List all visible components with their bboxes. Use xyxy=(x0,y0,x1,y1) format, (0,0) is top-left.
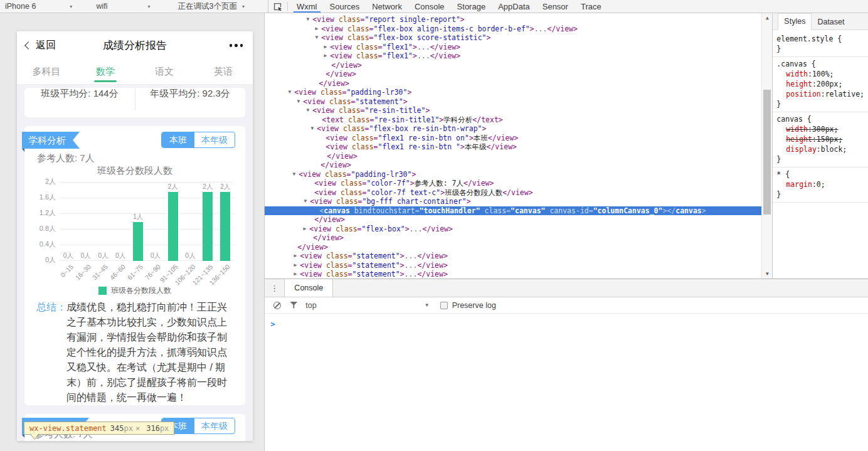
wxml-node[interactable]: ▶<view class="flex-box align-items-c bor… xyxy=(265,24,761,34)
wxml-node[interactable]: ▼<view class="report single-report"> xyxy=(265,15,761,24)
wxml-node[interactable]: ▶<view class="flex-box">...</view> xyxy=(265,225,761,234)
collapse-arrow-icon[interactable]: ▼ xyxy=(286,88,293,97)
css-rule[interactable]: .canvas {width:100%;height:200px;positio… xyxy=(773,57,868,112)
chart-x-tick: 16~30 xyxy=(77,261,95,284)
debug-status-selector[interactable]: 正在调试3个页面 ▾ xyxy=(177,1,244,12)
tooltip-width: 345 xyxy=(110,424,124,433)
expand-arrow-icon[interactable]: ▶ xyxy=(322,51,329,61)
devtools-tab-appdata[interactable]: AppData xyxy=(492,0,536,13)
chart-bar-column: 0人 xyxy=(60,183,77,261)
tree-scrollbar[interactable]: ▲ ▼ xyxy=(761,13,772,279)
console-toolbar: top ▼ Preserve log xyxy=(265,297,868,314)
wxml-node[interactable]: ▼<view class="flex-box score-statistic"> xyxy=(265,33,761,43)
console-prompt-icon[interactable]: > xyxy=(270,320,275,329)
css-property[interactable]: display:block; xyxy=(776,144,864,154)
wxml-node[interactable]: <view class="flex1 re-sin-btn on">本班</vi… xyxy=(265,134,761,143)
css-property[interactable]: width:300px; xyxy=(776,124,864,134)
expand-arrow-icon[interactable]: ▶ xyxy=(313,24,320,34)
device-selector[interactable]: iPhone 6 ▾ xyxy=(5,2,72,11)
css-property[interactable]: width:100%; xyxy=(776,69,864,79)
subject-tab[interactable]: 语文 xyxy=(135,60,194,84)
devtools-tab-sensor[interactable]: Sensor xyxy=(536,0,574,13)
wxml-node[interactable]: ▶<view class="statement">...</view> xyxy=(265,261,761,270)
devtools-tab-console[interactable]: Console xyxy=(408,0,451,13)
wxml-node[interactable]: <view class="flex1 re-sin-btn ">本年级</vie… xyxy=(265,142,761,152)
wxml-node[interactable]: </view> xyxy=(265,161,761,170)
devtools-tab-sources[interactable]: Sources xyxy=(324,0,366,13)
devtools-tab-trace[interactable]: Trace xyxy=(574,0,608,13)
css-rule[interactable]: * {margin:0;} xyxy=(773,167,868,203)
chart-y-tick: 0人 xyxy=(31,255,56,265)
network-selector[interactable]: wifi ▾ xyxy=(96,2,150,11)
css-property[interactable]: height:150px; xyxy=(776,134,864,144)
chevron-down-icon[interactable]: ▼ xyxy=(425,302,430,308)
css-property[interactable]: margin:0; xyxy=(776,179,864,189)
devtools-tab-wxml[interactable]: Wxml xyxy=(290,0,324,13)
wxml-node-selected[interactable]: <canvas bindtouchstart="touchHandler" cl… xyxy=(265,206,761,216)
summary-label: 总结： xyxy=(36,300,66,405)
wxml-node[interactable]: </view> xyxy=(265,243,761,252)
css-rule[interactable]: element.style {} xyxy=(773,32,868,57)
wxml-node[interactable]: </view> xyxy=(265,79,761,88)
expand-arrow-icon[interactable]: ▶ xyxy=(292,261,299,270)
toggle-grade-button[interactable]: 本年级 xyxy=(194,418,235,433)
collapse-arrow-icon[interactable]: ▼ xyxy=(302,197,309,206)
inspect-element-button[interactable] xyxy=(268,0,287,13)
preserve-log-checkbox[interactable] xyxy=(440,302,448,309)
wxml-node[interactable]: ▶<view class="flex1">...</view> xyxy=(265,43,761,52)
wxml-node[interactable]: ▼<view class="bg-fff chart-container"> xyxy=(265,197,761,206)
subject-tab[interactable]: 多科目 xyxy=(17,60,76,84)
subject-tab[interactable]: 数学 xyxy=(76,60,135,84)
wxml-node[interactable]: </view> xyxy=(265,215,761,225)
wxml-node[interactable]: </view> xyxy=(265,61,761,70)
scroll-up-icon[interactable]: ▲ xyxy=(762,15,772,21)
expand-arrow-icon[interactable]: ▶ xyxy=(292,270,299,279)
css-property[interactable]: height:200px; xyxy=(776,79,864,89)
kebab-menu-icon[interactable]: ⋮ xyxy=(265,279,284,297)
wxml-node[interactable]: <view class="color-7f">参考人数: 7人</view> xyxy=(265,179,761,188)
css-property[interactable]: position:relative; xyxy=(776,89,864,99)
chart-bar xyxy=(220,192,230,261)
toggle-grade-button[interactable]: 本年级 xyxy=(194,132,235,147)
context-selector[interactable]: top xyxy=(305,301,316,310)
devtools-tab-network[interactable]: Network xyxy=(366,0,408,13)
chart-bar xyxy=(133,222,143,262)
class-average: 班级平均分: 144分 xyxy=(24,88,135,117)
vertical-divider xyxy=(135,88,135,110)
wxml-node[interactable]: <view class="color-7f text-c">班级各分数段人数</… xyxy=(265,188,761,198)
collapse-arrow-icon[interactable]: ▼ xyxy=(304,15,311,24)
wxml-node[interactable]: ▼<view class="statement"> xyxy=(265,97,761,107)
subject-tab[interactable]: 英语 xyxy=(194,60,253,84)
wxml-node[interactable]: ▼<view class="flex-box re-sin-btn-wrap"> xyxy=(265,124,761,134)
styles-tab-dataset[interactable]: Dataset xyxy=(812,14,850,30)
devtools-tab-storage[interactable]: Storage xyxy=(451,0,492,13)
console-output[interactable]: > xyxy=(265,314,868,451)
wxml-node[interactable]: ▼<view class="re-sin-title"> xyxy=(265,106,761,115)
clear-console-icon[interactable] xyxy=(273,302,281,309)
wxml-node[interactable]: ▶<view class="statement">...</view> xyxy=(265,270,761,279)
css-rule[interactable]: canvas {width:300px;height:150px;display… xyxy=(773,112,868,167)
wxml-node[interactable]: ▶<view class="flex1">...</view> xyxy=(265,51,761,61)
filter-icon[interactable] xyxy=(290,302,297,309)
wxml-node[interactable]: ▼<view class="padding-lr30"> xyxy=(265,88,761,97)
wxml-node[interactable]: ▶<view class="statement">...</view> xyxy=(265,252,761,261)
expand-arrow-icon[interactable]: ▶ xyxy=(301,225,308,234)
wxml-node[interactable]: <text class="re-sin-title1">学科分析</text> xyxy=(265,115,761,125)
scrollbar-thumb[interactable] xyxy=(763,90,771,215)
expand-arrow-icon[interactable]: ▶ xyxy=(292,252,299,261)
console-tab[interactable]: Console xyxy=(284,279,333,297)
wxml-node[interactable]: </view> xyxy=(265,152,761,161)
expand-arrow-icon[interactable]: ▶ xyxy=(322,43,329,52)
collapse-arrow-icon[interactable]: ▼ xyxy=(313,33,320,43)
collapse-arrow-icon[interactable]: ▼ xyxy=(309,124,315,134)
collapse-arrow-icon[interactable]: ▼ xyxy=(304,106,311,115)
collapse-arrow-icon[interactable]: ▼ xyxy=(295,97,302,107)
toggle-class-button[interactable]: 本班 xyxy=(162,132,194,147)
collapse-arrow-icon[interactable]: ▼ xyxy=(290,170,297,179)
scroll-down-icon[interactable]: ▼ xyxy=(762,271,772,277)
wxml-node[interactable]: </view> xyxy=(265,233,761,243)
wxml-node[interactable]: ▼<view class="padding-lr30"> xyxy=(265,170,761,179)
bar-chart-canvas[interactable]: 0人0.4人0.8人1.2人1.6人2人0人0人0人0人1人0人2人0人2人2人 xyxy=(60,183,234,261)
styles-tab-styles[interactable]: Styles xyxy=(778,13,812,30)
wxml-node[interactable]: </view> xyxy=(265,70,761,79)
